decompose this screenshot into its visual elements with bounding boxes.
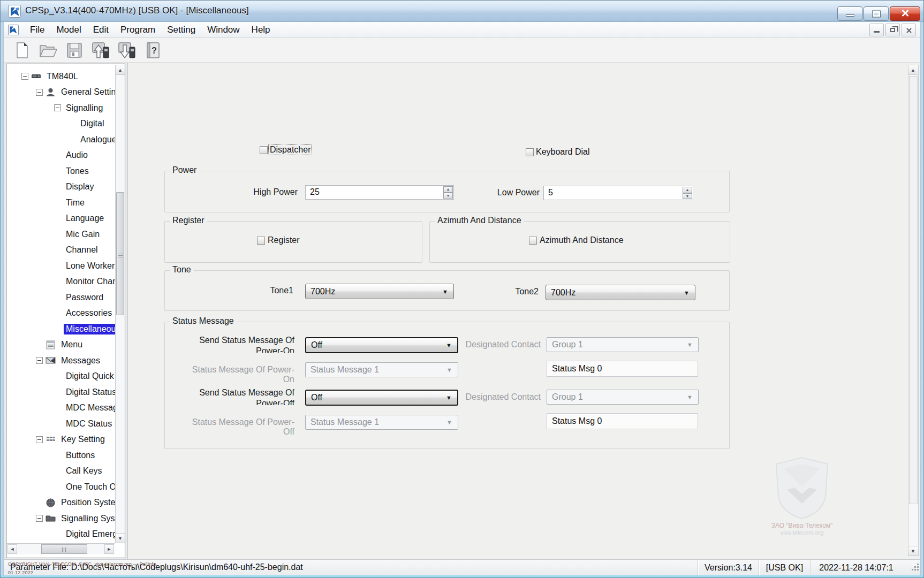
scroll-down-icon[interactable]: ▼	[116, 533, 125, 543]
scroll-right-icon[interactable]: ►	[104, 544, 114, 554]
close-button[interactable]	[890, 6, 920, 21]
dispatcher-label[interactable]: Dispatcher	[269, 145, 312, 155]
tree-item-mdc-messages[interactable]: MDC Messages	[7, 400, 115, 416]
tree-item-label[interactable]: One Touch Op	[64, 482, 115, 492]
tree-item-buttons[interactable]: Buttons	[7, 447, 115, 463]
tree-item-signalling-syste[interactable]: Signalling Syste	[7, 511, 115, 527]
send-status-power-on-select[interactable]: Off▼	[305, 337, 458, 353]
menu-help[interactable]: Help	[246, 23, 276, 37]
scroll-up-icon[interactable]: ▲	[908, 65, 918, 75]
tree-item-label[interactable]: Buttons	[64, 450, 97, 461]
tree-item-label[interactable]: Lone Worker	[64, 261, 115, 271]
spin-up-icon[interactable]: ▲	[683, 187, 692, 193]
spin-down-icon[interactable]: ▼	[683, 193, 692, 200]
tree-item-lone-worker[interactable]: Lone Worker	[7, 258, 115, 274]
tree-item-label[interactable]: TM840L	[44, 71, 80, 82]
tree-item-mdc-status-me[interactable]: MDC Status Me	[7, 416, 115, 432]
tree-item-key-setting[interactable]: Key Setting	[7, 432, 115, 448]
tree-item-audio[interactable]: Audio	[7, 148, 115, 164]
tree-item-label[interactable]: Accessories	[64, 308, 114, 318]
menu-window[interactable]: Window	[201, 23, 245, 37]
tree-item-digital-status-m[interactable]: Digital Status M	[7, 384, 115, 400]
scroll-left-icon[interactable]: ◄	[7, 544, 17, 554]
tree-item-call-keys[interactable]: Call Keys	[7, 463, 115, 480]
tree-item-language[interactable]: Language	[7, 211, 115, 227]
tree-item-general-settings[interactable]: General Settings	[7, 85, 115, 101]
high-power-input[interactable]: 25 ▲▼	[305, 185, 454, 200]
tree-vertical-scrollbar[interactable]: ▲ ▼	[115, 65, 125, 543]
tree-item-label[interactable]: Time	[64, 197, 87, 208]
tree-item-label[interactable]: Language	[64, 213, 106, 224]
register-label[interactable]: Register	[268, 235, 300, 245]
keyboard-dial-label[interactable]: Keyboard Dial	[536, 147, 590, 157]
tree-item-label[interactable]: Messages	[59, 355, 102, 366]
tree-item-channel[interactable]: Channel	[7, 242, 115, 258]
tree-horizontal-scrollbar[interactable]: ◄ ►	[7, 543, 115, 554]
write-to-radio-button[interactable]	[116, 40, 138, 60]
menu-edit[interactable]: Edit	[87, 23, 115, 37]
keyboard-dial-checkbox[interactable]	[526, 148, 534, 156]
tree-item-label[interactable]: Password	[64, 292, 105, 303]
save-file-button[interactable]	[64, 40, 85, 60]
tree-item-monitor-chann[interactable]: Monitor Chann	[7, 274, 115, 290]
spin-up-icon[interactable]: ▲	[443, 186, 453, 193]
tree-item-digital[interactable]: Digital	[7, 116, 115, 132]
menu-setting[interactable]: Setting	[161, 23, 201, 37]
tree-item-display[interactable]: Display	[7, 179, 115, 195]
tree-item-label[interactable]: Key Setting	[59, 434, 107, 445]
tree-item-label[interactable]: Audio	[64, 150, 90, 161]
azimuth-checkbox[interactable]	[529, 237, 537, 245]
new-file-button[interactable]	[11, 40, 33, 60]
low-power-input[interactable]: 5 ▲▼	[543, 186, 693, 200]
send-status-power-off-select[interactable]: Off▼	[305, 390, 458, 406]
help-button[interactable]: ?	[142, 40, 164, 60]
tree-hscroll-thumb[interactable]	[41, 544, 87, 554]
tree-scroll-thumb[interactable]	[116, 192, 124, 315]
tree-item-label[interactable]: MDC Status Me	[64, 419, 115, 429]
tree-item-label[interactable]: Digital Emerge	[64, 529, 115, 539]
expand-collapse-icon[interactable]	[36, 89, 43, 96]
tree-item-label[interactable]: Call Keys	[64, 466, 104, 476]
tree-item-label[interactable]: Display	[64, 181, 96, 192]
tree-item-label[interactable]: Digital	[78, 118, 106, 129]
tree-item-tm840l[interactable]: TM840L	[7, 69, 115, 85]
tree-item-label[interactable]: Digital Status M	[64, 387, 115, 398]
expand-collapse-icon[interactable]	[21, 73, 28, 80]
tree-item-one-touch-op[interactable]: One Touch Op	[7, 479, 115, 495]
menu-model[interactable]: Model	[50, 23, 87, 37]
tree-item-accessories[interactable]: Accessories	[7, 306, 115, 322]
low-power-spinner[interactable]: ▲▼	[683, 187, 692, 199]
minimize-button[interactable]	[837, 6, 862, 21]
tree-item-digital-emerge[interactable]: Digital Emerge	[7, 527, 115, 543]
tree-item-analogue[interactable]: Analogue	[7, 132, 115, 148]
read-from-radio-button[interactable]	[90, 40, 111, 60]
tree-item-label[interactable]: Mic Gain	[64, 229, 102, 240]
tree-item-label[interactable]: General Settings	[59, 87, 115, 97]
mdi-restore-button[interactable]	[885, 24, 900, 36]
tree-item-signalling[interactable]: Signalling	[7, 100, 115, 116]
tree-item-label[interactable]: MDC Messages	[64, 402, 115, 413]
scroll-up-icon[interactable]: ▲	[116, 65, 125, 75]
tree-item-position-system[interactable]: Position System	[7, 495, 115, 511]
tree-item-label[interactable]: Analogue	[78, 134, 115, 145]
expand-collapse-icon[interactable]	[54, 104, 61, 111]
open-file-button[interactable]	[37, 40, 59, 60]
tree-item-menu[interactable]: Menu	[7, 337, 115, 353]
maximize-button[interactable]	[864, 6, 889, 21]
tree-item-label[interactable]: Miscellaneous	[64, 324, 115, 334]
azimuth-label[interactable]: Azimuth And Distance	[540, 235, 624, 245]
menu-program[interactable]: Program	[115, 23, 161, 37]
tree-item-tones[interactable]: Tones	[7, 163, 115, 179]
tree-item-label[interactable]: Monitor Chann	[64, 276, 115, 287]
tree-item-digital-quick-m[interactable]: Digital Quick M	[7, 369, 115, 385]
expand-collapse-icon[interactable]	[36, 436, 43, 443]
tree-item-label[interactable]: Digital Quick M	[64, 371, 115, 382]
tree-item-messages[interactable]: Messages	[7, 353, 115, 369]
dispatcher-checkbox[interactable]	[260, 146, 268, 154]
high-power-spinner[interactable]: ▲▼	[443, 186, 453, 199]
expand-collapse-icon[interactable]	[36, 515, 43, 522]
tone1-select[interactable]: 700Hz▼	[305, 284, 454, 299]
spin-down-icon[interactable]: ▼	[443, 193, 453, 199]
tree-item-time[interactable]: Time	[7, 195, 115, 211]
menu-file[interactable]: File	[24, 23, 50, 37]
